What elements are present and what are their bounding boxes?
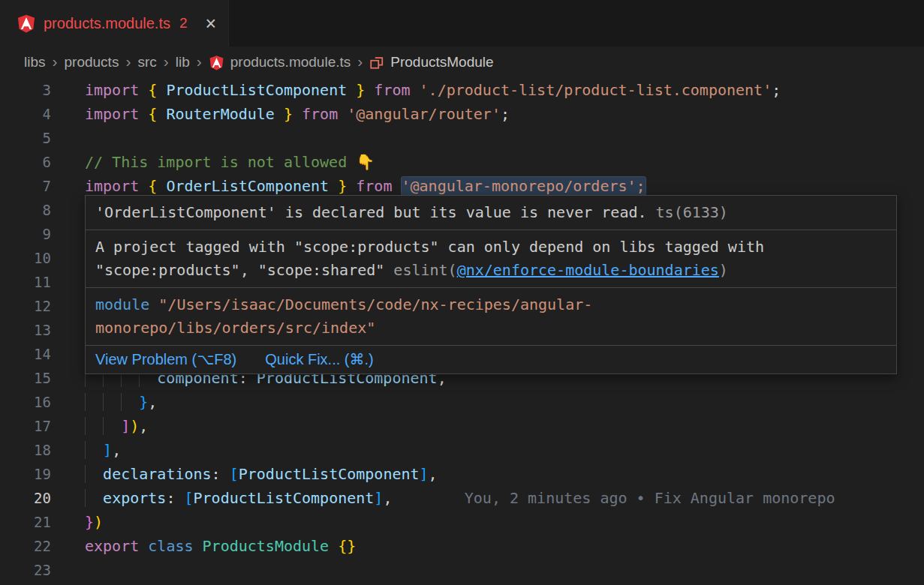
line-number[interactable]: 19 (0, 462, 51, 486)
breadcrumb-item-products[interactable]: products (65, 54, 119, 70)
code-token: { (148, 81, 166, 99)
line-number[interactable]: 10 (0, 246, 51, 270)
line-number[interactable]: 9 (0, 222, 51, 246)
line-number[interactable]: 20 (0, 486, 51, 510)
breadcrumb-label: products (65, 54, 119, 70)
angular-icon (17, 14, 36, 33)
tab-products-module-ts[interactable]: products.module.ts 2 × (0, 0, 229, 46)
line-content[interactable]: ], (85, 438, 121, 462)
line-content[interactable]: ]), (85, 414, 148, 438)
line-content[interactable]: import { ProductListComponent } from './… (85, 78, 781, 102)
line-content[interactable]: export class ProductsModule {} (85, 534, 356, 558)
breadcrumb-item-products-module-ts[interactable]: products.module.ts (209, 54, 351, 70)
code-token: { (148, 105, 166, 123)
line-number[interactable]: 16 (0, 390, 51, 414)
code-token: // This import is not allowed (85, 153, 356, 171)
breadcrumb-label: libs (24, 54, 46, 70)
code-token: declarations (103, 465, 212, 483)
code-token: [ (184, 489, 193, 507)
code-token: } (85, 513, 94, 531)
code-line: 21}) (0, 510, 924, 534)
breadcrumb-item-lib[interactable]: lib (176, 54, 190, 70)
hover-section-2: A project tagged with "scope:products" c… (86, 230, 896, 287)
code-token: ) (94, 513, 103, 531)
code-token: from (374, 81, 419, 99)
line-content[interactable]: }, (85, 390, 157, 414)
code-line: 17 ]), (0, 414, 924, 438)
line-number[interactable]: 11 (0, 270, 51, 294)
breadcrumb-separator: › (357, 53, 363, 71)
code-token: class (148, 537, 193, 555)
code-token: ProductListComponent (239, 465, 420, 483)
line-content[interactable]: // This import is not allowed 👇 (85, 150, 375, 174)
line-number[interactable]: 3 (0, 78, 51, 102)
code-token: ) (130, 417, 139, 435)
line-content[interactable]: declarations: [ProductListComponent], (85, 462, 438, 486)
line-content[interactable]: }) (85, 510, 103, 534)
code-token: ] (103, 441, 112, 459)
hover-rule-link[interactable]: @nx/enforce-module-boundaries (457, 261, 719, 279)
code-line: 5 (0, 126, 924, 150)
breadcrumb-item-src[interactable]: src (137, 54, 156, 70)
hover-section-1: 'OrderListComponent' is declared but its… (86, 196, 896, 230)
code-token: '@angular-monorepo/orders'; (402, 177, 646, 195)
code-token: ProductListComponent (194, 489, 375, 507)
breadcrumb-separator: › (164, 53, 169, 71)
angular-icon (209, 55, 224, 70)
editor[interactable]: 3import { ProductListComponent } from '.… (0, 78, 924, 582)
line-content[interactable]: exports: [ProductListComponent],You, 2 m… (85, 486, 835, 510)
code-token: ProductListComponent (166, 81, 347, 99)
line-number[interactable]: 6 (0, 150, 51, 174)
line-number[interactable]: 14 (0, 342, 51, 366)
git-blame-annotation: You, 2 minutes ago • Fix Angular monorep… (465, 489, 835, 507)
code-token: ; (772, 81, 781, 99)
tab-problems-badge: 2 (179, 15, 188, 32)
code-token: : (166, 489, 184, 507)
quick-fix-action[interactable]: Quick Fix... (⌘.) (265, 348, 373, 371)
line-number[interactable]: 12 (0, 294, 51, 318)
indent-guides (85, 393, 139, 411)
tab-bar: products.module.ts 2 × (0, 0, 924, 46)
code-token: } (139, 393, 148, 411)
line-number[interactable]: 13 (0, 318, 51, 342)
hover-text: eslint( (393, 261, 456, 279)
line-number[interactable]: 21 (0, 510, 51, 534)
line-number[interactable]: 15 (0, 366, 51, 390)
view-problem-action[interactable]: View Problem (⌥F8) (95, 348, 236, 371)
code-token: } (347, 81, 365, 99)
line-number[interactable]: 23 (0, 558, 51, 582)
line-number[interactable]: 4 (0, 102, 51, 126)
breadcrumb-separator: › (53, 53, 58, 71)
hover-text: 'OrderListComponent' is declared but its… (95, 203, 656, 221)
code-line: 16 }, (0, 390, 924, 414)
breadcrumb: libs›products›src›lib› products.module.t… (0, 46, 924, 78)
line-number[interactable]: 18 (0, 438, 51, 462)
hover-text: A project tagged with "scope:products" c… (95, 238, 764, 256)
code-token: '@angular/router' (347, 105, 501, 123)
code-token: , (429, 465, 438, 483)
line-number[interactable]: 22 (0, 534, 51, 558)
breadcrumb-item-productsmodule[interactable]: ProductsModule (369, 54, 493, 70)
line-content[interactable]: import { RouterModule } from '@angular/r… (85, 102, 510, 126)
code-line: 3import { ProductListComponent } from '.… (0, 78, 924, 102)
code-line: 23 (0, 558, 924, 582)
breadcrumb-item-libs[interactable]: libs (24, 54, 46, 70)
code-line: 4import { RouterModule } from '@angular/… (0, 102, 924, 126)
line-number[interactable]: 8 (0, 198, 51, 222)
hover-text: "/Users/isaac/Documents/code/nx-recipes/… (158, 296, 592, 314)
code-token: { (148, 177, 166, 195)
line-number[interactable]: 5 (0, 126, 51, 150)
breadcrumb-label: products.module.ts (230, 54, 351, 70)
code-token: , (139, 417, 148, 435)
code-line: 22export class ProductsModule {} (0, 534, 924, 558)
line-number[interactable]: 17 (0, 414, 51, 438)
indent-guides (85, 441, 103, 459)
hover-widget: 'OrderListComponent' is declared but its… (85, 195, 897, 374)
hover-text: ) (719, 261, 728, 279)
hover-section-3: module "/Users/isaac/Documents/code/nx-r… (86, 287, 896, 345)
code-token: from (302, 105, 347, 123)
breadcrumb-label: lib (176, 54, 190, 70)
hover-actions: View Problem (⌥F8)Quick Fix... (⌘.) (86, 345, 896, 374)
close-icon[interactable]: × (206, 14, 217, 33)
line-number[interactable]: 7 (0, 174, 51, 198)
